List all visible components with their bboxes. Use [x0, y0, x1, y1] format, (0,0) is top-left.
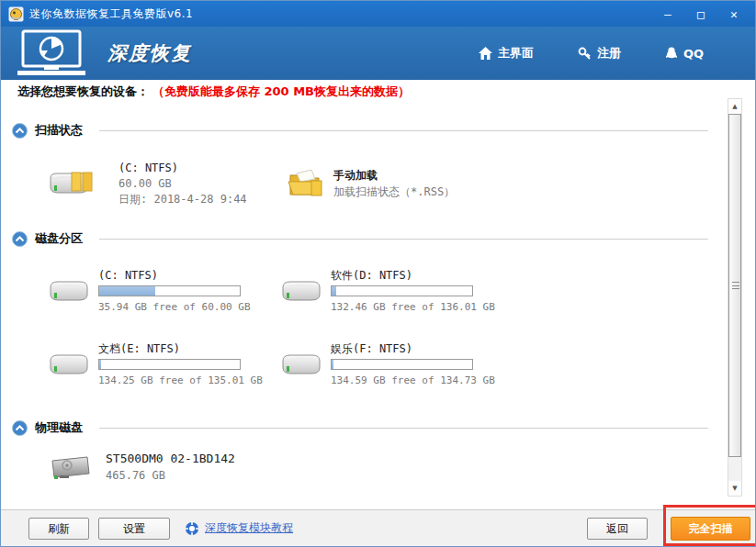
partition-free: 132.46 GB free of 136.01 GB — [331, 300, 495, 315]
nav-qq-label: QQ — [683, 47, 704, 61]
partition-name: (C: NTFS) — [98, 268, 251, 283]
nav-register[interactable]: 注册 — [578, 45, 621, 61]
nav-register-label: 注册 — [597, 45, 621, 61]
home-icon — [479, 47, 492, 60]
nav-main-ui-label: 主界面 — [498, 45, 534, 61]
partition-item-e[interactable]: 文档(E: NTFS) 134.25 GB free of 135.01 GB — [47, 329, 279, 399]
physical-disk-icon — [47, 452, 93, 483]
physical-disk-info: ST500DM0 02-1BD142 465.76 GB — [106, 451, 235, 484]
usage-bar-fill — [99, 286, 155, 296]
vertical-scrollbar[interactable]: ▲ ▼ — [728, 98, 742, 497]
chevron-up-circle-icon[interactable] — [12, 420, 28, 436]
partition-info: 软件(D: NTFS) 132.46 GB free of 136.01 GB — [331, 268, 495, 315]
partition-name: 娱乐(F: NTFS) — [331, 341, 495, 356]
settings-button[interactable]: 设置 — [98, 518, 170, 540]
partition-free: 134.59 GB free of 134.73 GB — [331, 374, 495, 388]
nav-main-ui[interactable]: 主界面 — [479, 45, 534, 61]
free-limit-warning: （免费版能最多保存 200 MB恢复出来的数据） — [152, 84, 410, 98]
physical-disk-name: ST500DM0 02-1BD142 — [106, 451, 235, 467]
partition-item-c[interactable]: (C: NTFS) 35.94 GB free of 60.00 GB — [47, 256, 279, 326]
header-banner: 深度恢复 主界面 注册 QQ — [1, 27, 755, 80]
manual-load-title: 手动加载 — [333, 167, 455, 184]
footer-bar: 刷新 设置 深度恢复模块教程 返回 完全扫描 — [1, 509, 755, 546]
usage-bar — [331, 285, 473, 296]
section-physical-disks: 物理磁盘 — [12, 419, 721, 436]
hard-drive-icon — [47, 348, 91, 381]
header-nav: 主界面 注册 QQ — [479, 45, 704, 61]
section-divider — [99, 239, 708, 240]
refresh-button[interactable]: 刷新 — [28, 518, 89, 540]
partition-grid: (C: NTFS) 35.94 GB free of 60.00 GB 软件(D… — [12, 256, 721, 403]
maximize-button[interactable]: □ — [687, 4, 715, 24]
window-title: 迷你免数据恢复工具免费版v6.1 — [29, 6, 193, 22]
scan-date: 日期: 2018-4-28 9:44 — [118, 192, 247, 207]
scroll-up-button[interactable]: ▲ — [728, 99, 741, 114]
minimize-button[interactable]: – — [654, 4, 682, 24]
section-divider — [99, 428, 708, 429]
section-title: 物理磁盘 — [35, 419, 83, 436]
usage-bar — [98, 359, 241, 370]
scan-state-item[interactable]: (C: NTFS) 60.00 GB 日期: 2018-4-28 9:44 — [47, 151, 278, 216]
hard-drive-icon — [279, 348, 323, 381]
scroll-down-button[interactable]: ▼ — [728, 481, 741, 496]
full-scan-button[interactable]: 完全扫描 — [671, 517, 750, 541]
manual-load-desc: 加载扫描状态（*.RSS） — [333, 184, 455, 200]
tutorial-link[interactable]: 深度恢复模块教程 — [205, 520, 293, 536]
tutorial-link-group: 深度恢复模块教程 — [185, 520, 293, 536]
physical-disk-size: 465.76 GB — [106, 467, 235, 484]
app-window: 迷你免数据恢复工具免费版v6.1 – □ ✕ 深度恢复 主界面 — [0, 0, 756, 547]
drive-with-folders-icon — [47, 165, 95, 202]
hard-drive-icon — [279, 274, 323, 307]
scan-volume-name: (C: NTFS) — [118, 161, 247, 176]
section-scan-status: 扫描状态 — [12, 122, 721, 139]
physical-disk-item[interactable]: ST500DM0 02-1BD142 465.76 GB — [12, 451, 721, 484]
partition-free: 35.94 GB free of 60.00 GB — [98, 300, 251, 315]
usage-bar — [331, 359, 473, 370]
chevron-up-circle-icon[interactable] — [12, 231, 28, 247]
manual-load-item[interactable]: 手动加载 加载扫描状态（*.RSS） — [288, 151, 455, 216]
folder-open-icon — [288, 168, 324, 199]
partition-name: 软件(D: NTFS) — [331, 268, 495, 283]
usage-bar-fill — [99, 360, 101, 369]
partition-name: 文档(E: NTFS) — [98, 341, 263, 356]
usage-bar-fill — [332, 360, 333, 369]
partition-info: 娱乐(F: NTFS) 134.59 GB free of 134.73 GB — [331, 341, 495, 388]
chevron-up-circle-icon[interactable] — [12, 123, 28, 139]
scan-volume-size: 60.00 GB — [118, 176, 247, 192]
qq-icon — [665, 47, 678, 61]
close-button[interactable]: ✕ — [720, 4, 748, 24]
nav-qq[interactable]: QQ — [665, 47, 704, 61]
scrollbar-grip — [732, 282, 739, 289]
section-title: 磁盘分区 — [35, 230, 83, 247]
partition-item-f[interactable]: 娱乐(F: NTFS) 134.59 GB free of 134.73 GB — [279, 329, 512, 399]
device-list: 扫描状态 (C: NTFS) 60.00 GB 日期: 2018-4-28 9: — [12, 98, 721, 511]
scan-state-info: (C: NTFS) 60.00 GB 日期: 2018-4-28 9:44 — [118, 161, 247, 207]
key-icon — [578, 47, 592, 61]
page-title: 深度恢复 — [107, 40, 192, 66]
partition-info: 文档(E: NTFS) 134.25 GB free of 135.01 GB — [98, 341, 263, 388]
section-partitions: 磁盘分区 — [12, 230, 721, 247]
app-icon — [8, 6, 24, 22]
scrollbar-thumb[interactable] — [728, 114, 741, 457]
manual-load-info: 手动加载 加载扫描状态（*.RSS） — [333, 167, 455, 200]
section-divider — [99, 130, 708, 131]
partition-item-d[interactable]: 软件(D: NTFS) 132.46 GB free of 136.01 GB — [279, 256, 512, 326]
hard-drive-icon — [47, 274, 91, 307]
partition-info: (C: NTFS) 35.94 GB free of 60.00 GB — [98, 268, 251, 315]
scan-status-row: (C: NTFS) 60.00 GB 日期: 2018-4-28 9:44 手动… — [12, 151, 721, 216]
titlebar: 迷你免数据恢复工具免费版v6.1 – □ ✕ — [1, 1, 755, 27]
usage-bar — [98, 285, 241, 296]
window-controls: – □ ✕ — [654, 4, 748, 24]
life-ring-icon — [185, 521, 199, 536]
notice-label: 选择您想要恢复的设备： — [17, 84, 149, 98]
recovery-monitor-icon — [14, 29, 95, 77]
partition-free: 134.25 GB free of 135.01 GB — [98, 374, 263, 388]
back-button[interactable]: 返回 — [587, 518, 648, 540]
usage-bar-fill — [332, 286, 336, 296]
section-title: 扫描状态 — [35, 122, 83, 139]
